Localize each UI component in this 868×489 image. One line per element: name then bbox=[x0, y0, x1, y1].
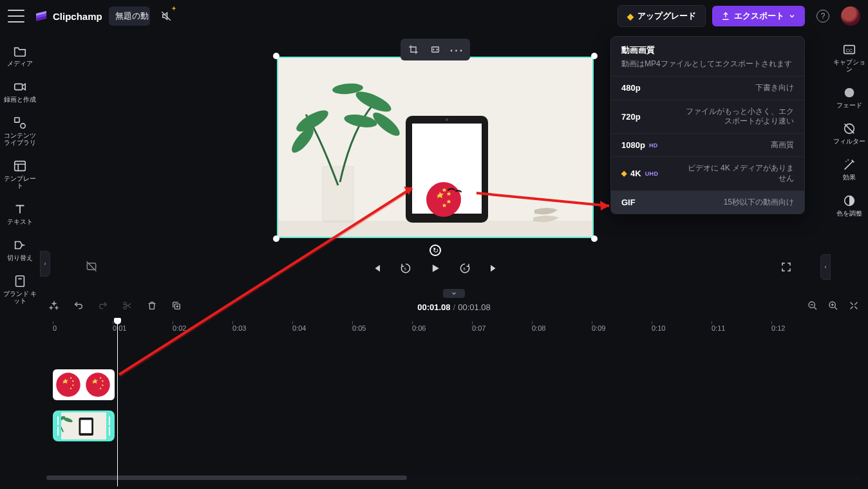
rotate-handle[interactable]: ↻ bbox=[429, 244, 441, 256]
timeline-clip-sticker[interactable] bbox=[53, 369, 115, 400]
svg-point-7 bbox=[845, 88, 854, 98]
ruler-tick: 0:07 bbox=[472, 324, 486, 332]
svg-point-40 bbox=[102, 380, 103, 382]
ruler-tick: 0 bbox=[53, 324, 57, 332]
prev-start-button[interactable] bbox=[368, 260, 384, 277]
zoom-in-button[interactable] bbox=[828, 300, 838, 313]
brandkit-icon bbox=[13, 274, 27, 288]
left-panel-toggle[interactable] bbox=[40, 251, 50, 277]
nav-filters[interactable]: フィルター bbox=[831, 116, 868, 150]
resize-handle-tr[interactable] bbox=[591, 53, 598, 59]
nav-captions[interactable]: CC キャプショ ン bbox=[831, 37, 868, 78]
resize-handle-bl[interactable] bbox=[273, 235, 279, 242]
scrollbar-thumb[interactable] bbox=[46, 475, 407, 480]
ruler-tick: 0:08 bbox=[532, 324, 545, 332]
fullscreen-button[interactable] bbox=[780, 261, 792, 275]
svg-rect-0 bbox=[15, 84, 23, 89]
timeline-horizontal-scrollbar[interactable] bbox=[46, 475, 862, 480]
export-option-gif[interactable]: GIF15秒以下の動画向け bbox=[611, 190, 804, 214]
ruler-tick: 0:03 bbox=[232, 324, 246, 332]
popover-title: 動画画質 bbox=[621, 44, 794, 56]
crop-icon bbox=[408, 44, 419, 55]
more-button[interactable]: ··· bbox=[448, 41, 466, 58]
ruler-tick: 0:06 bbox=[412, 324, 426, 332]
text-icon bbox=[13, 202, 27, 216]
nav-effects[interactable]: 効果 bbox=[831, 152, 868, 186]
zoom-fit-button[interactable] bbox=[849, 300, 859, 313]
nav-text[interactable]: テキスト bbox=[1, 197, 39, 230]
rewind-button[interactable]: 5 bbox=[397, 260, 414, 277]
forward-button[interactable]: 5 bbox=[457, 260, 473, 277]
timeline-clip-video[interactable] bbox=[53, 411, 115, 441]
export-option-4k[interactable]: ◆4KUHD ビデオに 4K メディアがありません bbox=[611, 156, 804, 190]
nav-templates[interactable]: テンプレー ト bbox=[1, 154, 39, 194]
hamburger-menu-icon[interactable] bbox=[8, 10, 24, 23]
help-button[interactable]: ? bbox=[816, 10, 829, 23]
export-icon bbox=[721, 12, 730, 21]
next-end-button[interactable] bbox=[486, 260, 503, 277]
popover-subtitle: 動画はMP4ファイルとしてエクスポートされます bbox=[621, 58, 794, 69]
svg-point-41 bbox=[102, 385, 103, 386]
resize-handle-br[interactable] bbox=[591, 235, 598, 242]
nav-media[interactable]: メディア bbox=[1, 39, 39, 72]
timeline-collapse-button[interactable] bbox=[443, 289, 465, 298]
export-button[interactable]: エクスポート bbox=[712, 6, 805, 26]
app-name: Clipchamp bbox=[53, 11, 102, 22]
skip-end-icon bbox=[489, 263, 500, 274]
timecode: 00:01.08/00:01.08 bbox=[417, 302, 491, 312]
sparkles-icon bbox=[49, 300, 59, 311]
svg-point-34 bbox=[70, 377, 71, 378]
center-button[interactable] bbox=[85, 260, 98, 275]
transport-controls: 5 5 bbox=[368, 260, 503, 277]
chevron-right-icon bbox=[42, 260, 48, 268]
crop-button[interactable] bbox=[404, 41, 422, 58]
split-button[interactable] bbox=[122, 300, 133, 313]
clip-trim-right[interactable] bbox=[106, 412, 113, 439]
fit-icon bbox=[430, 44, 440, 55]
magic-button[interactable] bbox=[49, 300, 59, 313]
nav-content-library[interactable]: コンテンツ ライブラリ bbox=[1, 111, 39, 151]
shapes-icon bbox=[13, 116, 27, 130]
trash-icon bbox=[147, 300, 157, 311]
timeline-tracks[interactable] bbox=[40, 341, 868, 481]
diamond-icon: ◆ bbox=[627, 12, 634, 21]
export-quality-popover: 動画画質 動画はMP4ファイルとしてエクスポートされます 480p下書き向け 7… bbox=[610, 36, 805, 214]
user-avatar[interactable] bbox=[841, 6, 860, 26]
svg-point-42 bbox=[100, 387, 101, 389]
export-option-1080p[interactable]: 1080pHD 高画質 bbox=[611, 133, 804, 157]
undo-button[interactable] bbox=[73, 300, 84, 313]
upgrade-button[interactable]: ◆ アップグレード bbox=[618, 5, 706, 27]
svg-rect-47 bbox=[80, 420, 91, 434]
project-title[interactable]: 無題の動 bbox=[109, 6, 150, 26]
redo-button[interactable] bbox=[98, 300, 108, 313]
top-bar: Clipchamp 無題の動 ◆ アップグレード エクスポート ? bbox=[0, 0, 868, 32]
clip-trim-left[interactable] bbox=[55, 412, 61, 439]
export-option-720p[interactable]: 720pファイルがもっと小さく、エクスポートがより速い bbox=[611, 100, 804, 133]
clipchamp-logo-icon bbox=[35, 10, 48, 23]
nav-brandkit[interactable]: ブランド キ ット bbox=[1, 269, 39, 309]
app-logo: Clipchamp bbox=[35, 10, 102, 23]
delete-button[interactable] bbox=[147, 300, 157, 313]
clip-tool-strip: ··· bbox=[401, 39, 470, 60]
half-circle-icon bbox=[842, 194, 856, 208]
timeline-ruler[interactable]: 0 0:01 0:02 0:03 0:04 0:05 0:06 0:07 0:0… bbox=[40, 320, 868, 338]
preview-canvas[interactable]: ↻ bbox=[277, 57, 594, 238]
nav-record[interactable]: 録画と作成 bbox=[1, 75, 39, 108]
camera-icon bbox=[13, 80, 27, 94]
play-button[interactable] bbox=[427, 260, 444, 277]
fullscreen-icon bbox=[780, 261, 792, 273]
export-option-480p[interactable]: 480p下書き向け bbox=[611, 76, 804, 100]
nav-adjust-color[interactable]: 色を調整 bbox=[831, 189, 868, 222]
sparkle-icon bbox=[171, 6, 176, 11]
resize-handle-tl[interactable] bbox=[273, 53, 279, 59]
playhead[interactable] bbox=[117, 318, 118, 486]
nav-fade[interactable]: フェード bbox=[831, 80, 868, 114]
nav-transitions[interactable]: 切り替え bbox=[1, 233, 39, 266]
premium-sound-icon[interactable] bbox=[156, 6, 176, 26]
zoom-out-button[interactable] bbox=[807, 300, 818, 313]
right-panel-toggle[interactable] bbox=[820, 254, 831, 280]
svg-rect-4 bbox=[16, 276, 24, 287]
fit-button[interactable] bbox=[426, 41, 444, 58]
duplicate-button[interactable] bbox=[171, 300, 182, 313]
folder-icon bbox=[13, 44, 27, 58]
